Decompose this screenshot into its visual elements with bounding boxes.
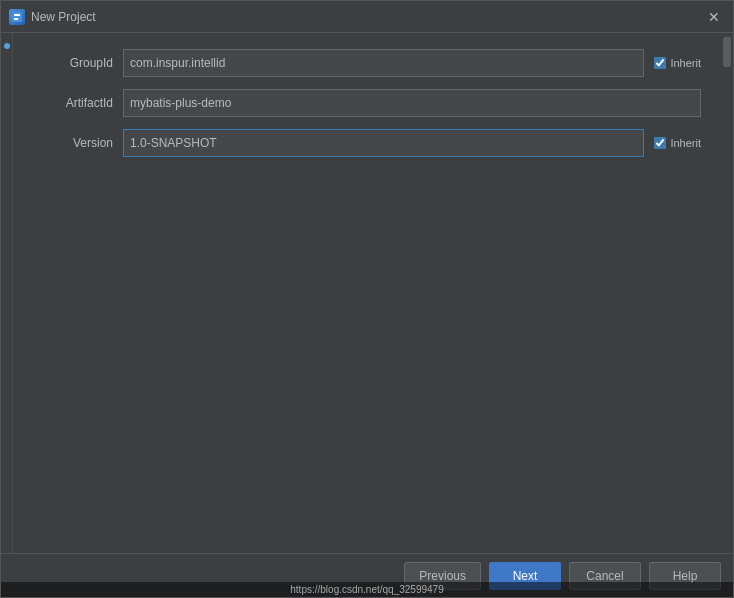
- empty-area: [33, 169, 701, 537]
- version-label: Version: [33, 136, 113, 150]
- version-row: Version Inherit: [33, 129, 701, 157]
- artifact-id-label: ArtifactId: [33, 96, 113, 110]
- group-id-label: GroupId: [33, 56, 113, 70]
- svg-rect-1: [14, 14, 20, 16]
- artifact-id-input[interactable]: [123, 89, 701, 117]
- group-id-inherit-label: Inherit: [670, 57, 701, 69]
- version-inherit: Inherit: [654, 137, 701, 149]
- version-inherit-checkbox[interactable]: [654, 137, 666, 149]
- title-bar: New Project ✕: [1, 1, 733, 33]
- group-id-inherit: Inherit: [654, 57, 701, 69]
- dialog-footer: Previous Next Cancel Help https://blog.c…: [1, 553, 733, 597]
- svg-rect-2: [14, 18, 18, 20]
- right-scrollbar[interactable]: [721, 33, 733, 553]
- dialog-title: New Project: [31, 10, 703, 24]
- group-id-inherit-checkbox[interactable]: [654, 57, 666, 69]
- new-project-dialog: New Project ✕ GroupId Inherit ArtifactId: [0, 0, 734, 598]
- svg-rect-0: [12, 12, 22, 22]
- panel-dot: [4, 43, 10, 49]
- dialog-body: GroupId Inherit ArtifactId Version Inher…: [1, 33, 733, 553]
- main-content: GroupId Inherit ArtifactId Version Inher…: [13, 33, 721, 553]
- project-icon: [9, 9, 25, 25]
- watermark: https://blog.csdn.net/qq_32599479: [1, 582, 733, 597]
- close-button[interactable]: ✕: [703, 6, 725, 28]
- left-panel: [1, 33, 13, 553]
- version-inherit-label: Inherit: [670, 137, 701, 149]
- group-id-row: GroupId Inherit: [33, 49, 701, 77]
- version-input[interactable]: [123, 129, 644, 157]
- group-id-input[interactable]: [123, 49, 644, 77]
- artifact-id-row: ArtifactId: [33, 89, 701, 117]
- scrollbar-thumb: [723, 37, 731, 67]
